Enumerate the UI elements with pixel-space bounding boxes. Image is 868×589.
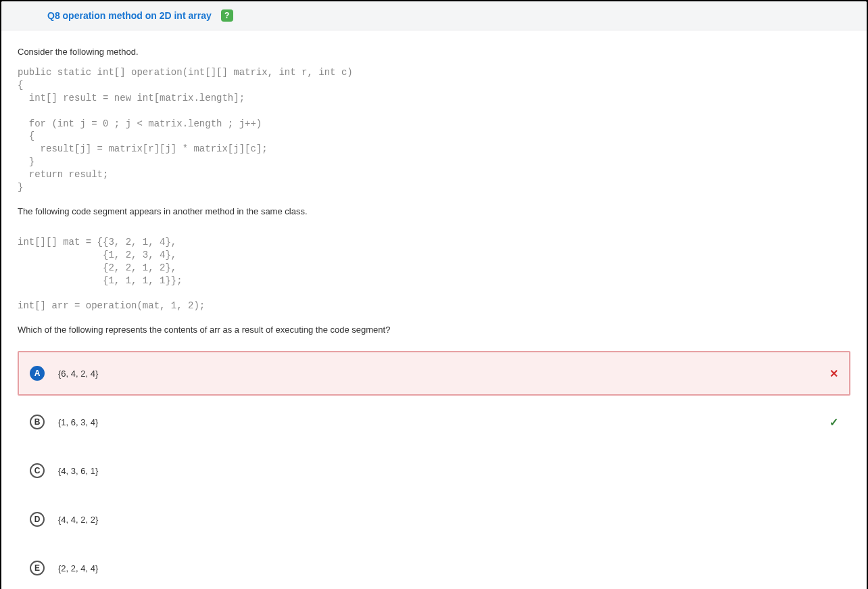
code-block-segment: int[][] mat = {{3, 2, 1, 4}, {1, 2, 3, 4… — [18, 236, 850, 312]
answer-letter: C — [30, 463, 45, 478]
answers-list: A {6, 4, 2, 4} ✕ B {1, 6, 3, 4} ✓ C {4, … — [18, 351, 850, 589]
answer-text: {4, 3, 6, 1} — [58, 466, 98, 476]
middle-text: The following code segment appears in an… — [18, 206, 850, 216]
answer-text: {1, 6, 3, 4} — [58, 417, 98, 427]
question-content: Consider the following method. public st… — [1, 30, 867, 589]
answer-option-e[interactable]: E {2, 2, 4, 4} — [18, 546, 850, 589]
final-question-text: Which of the following represents the co… — [18, 325, 850, 335]
answer-letter: E — [30, 561, 45, 575]
intro-text: Consider the following method. — [18, 47, 850, 57]
answer-option-d[interactable]: D {4, 4, 2, 2} — [18, 497, 850, 542]
question-header: Q8 operation method on 2D int array ? — [1, 1, 867, 30]
question-title: Q8 operation method on 2D int array — [47, 10, 212, 21]
answer-text: {2, 2, 4, 4} — [58, 563, 98, 573]
answer-text: {6, 4, 2, 4} — [58, 369, 98, 379]
answer-option-a[interactable]: A {6, 4, 2, 4} ✕ — [18, 351, 850, 396]
answer-letter: A — [30, 366, 45, 381]
help-icon[interactable]: ? — [221, 9, 233, 22]
answer-option-c[interactable]: C {4, 3, 6, 1} — [18, 448, 850, 493]
page-container: Q8 operation method on 2D int array ? Co… — [1, 1, 867, 589]
code-block-method: public static int[] operation(int[][] ma… — [18, 66, 850, 194]
answer-letter: B — [30, 415, 45, 429]
answer-letter: D — [30, 512, 45, 527]
answer-text: {4, 4, 2, 2} — [58, 515, 98, 525]
answer-option-b[interactable]: B {1, 6, 3, 4} ✓ — [18, 400, 850, 444]
wrong-icon: ✕ — [829, 367, 838, 380]
correct-icon: ✓ — [829, 416, 838, 429]
